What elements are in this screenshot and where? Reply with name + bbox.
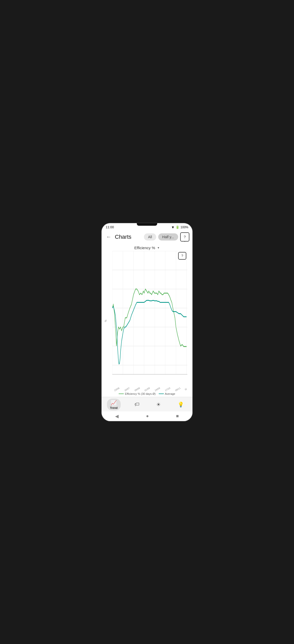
nav-item-trend[interactable]: 📈 Trend: [107, 399, 121, 410]
chart-wrapper: % ?: [105, 251, 189, 391]
status-time: 11:00: [106, 225, 114, 229]
system-home-button[interactable]: ●: [146, 413, 149, 419]
status-icons: ▼ 🔋 100%: [171, 225, 188, 229]
legend-item-average: Average: [159, 392, 175, 395]
chart-question-icon: ?: [181, 254, 183, 258]
legend-item-efficiency: Efficiency % (30 days Ø): [119, 392, 155, 395]
toolbar: ← Charts All Half y... ?: [102, 230, 192, 244]
wifi-icon: ▼: [171, 225, 175, 229]
dropdown-arrow-icon: ▼: [157, 246, 160, 249]
page-title: Charts: [115, 234, 142, 240]
metric-label: Efficiency %: [134, 246, 155, 250]
chart-svg: 100 98 96 94 92 90 88 86: [112, 251, 187, 385]
system-nav: ◀ ● ■: [102, 411, 192, 421]
nav-item-solar[interactable]: ☀: [153, 400, 164, 409]
trend-icon: 📈: [111, 400, 117, 406]
trend-label: Trend: [110, 406, 118, 409]
notch: [137, 223, 157, 226]
average-legend-label: Average: [165, 392, 175, 395]
chart-container: % ?: [105, 251, 189, 391]
y-axis-label: %: [104, 320, 107, 322]
system-back-button[interactable]: ◀: [115, 413, 119, 419]
chart-area: Efficiency % ▼ % ?: [102, 244, 192, 397]
filter-all-button[interactable]: All: [144, 233, 156, 241]
phone-frame: 11:00 ▼ 🔋 100% ← Charts All Half y... ? …: [101, 223, 193, 422]
x-axis-labels: 23/06 16/07 09/08 01/09 24/09 17/10 09/1…: [112, 388, 187, 391]
average-legend-line: [159, 394, 164, 394]
filter-half-year-button[interactable]: Half y...: [158, 233, 178, 241]
tip-icon: 💡: [178, 401, 184, 408]
chart-inner: ?: [112, 251, 187, 385]
question-icon: ?: [184, 235, 186, 239]
phone-screen: 11:00 ▼ 🔋 100% ← Charts All Half y... ? …: [102, 223, 192, 421]
nav-item-tip[interactable]: 💡: [175, 400, 187, 409]
average-line: [112, 300, 187, 364]
metric-selector[interactable]: Efficiency % ▼: [104, 244, 190, 251]
battery-percent: 100%: [180, 225, 188, 229]
nav-item-tag[interactable]: 🏷: [131, 400, 143, 408]
efficiency-legend-line: [119, 394, 124, 394]
bottom-nav: 📈 Trend 🏷 ☀ 💡: [102, 397, 192, 411]
battery-icon: 🔋: [176, 225, 179, 229]
x-label-7: 0/: [185, 388, 188, 391]
chart-legend: Efficiency % (30 days Ø) Average: [104, 391, 190, 397]
solar-icon: ☀: [156, 401, 161, 408]
help-button[interactable]: ?: [180, 232, 189, 242]
tag-icon: 🏷: [134, 401, 140, 407]
efficiency-legend-label: Efficiency % (30 days Ø): [125, 392, 155, 395]
system-recent-button[interactable]: ■: [176, 413, 179, 419]
efficiency-line: [112, 289, 187, 347]
back-button[interactable]: ←: [105, 233, 113, 241]
chart-help-button[interactable]: ?: [178, 252, 186, 260]
